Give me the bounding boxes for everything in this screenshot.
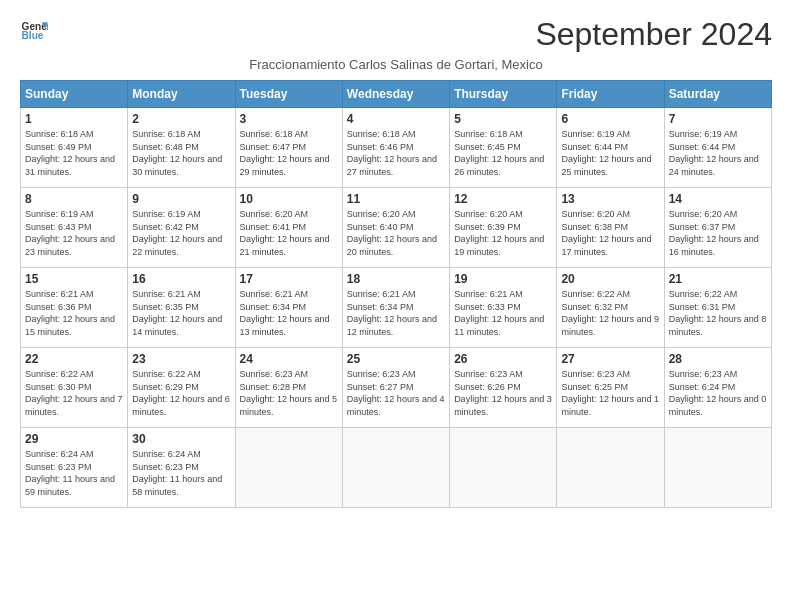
day-number: 5 [454, 112, 552, 126]
day-number: 9 [132, 192, 230, 206]
calendar-cell: 24Sunrise: 6:23 AMSunset: 6:28 PMDayligh… [235, 348, 342, 428]
location-subtitle: Fraccionamiento Carlos Salinas de Gortar… [20, 57, 772, 72]
day-number: 14 [669, 192, 767, 206]
day-number: 28 [669, 352, 767, 366]
day-info: Sunrise: 6:24 AMSunset: 6:23 PMDaylight:… [132, 448, 230, 498]
title-block: September 2024 [535, 16, 772, 53]
day-info: Sunrise: 6:18 AMSunset: 6:49 PMDaylight:… [25, 128, 123, 178]
day-number: 15 [25, 272, 123, 286]
calendar-cell: 3Sunrise: 6:18 AMSunset: 6:47 PMDaylight… [235, 108, 342, 188]
day-number: 7 [669, 112, 767, 126]
calendar-cell: 9Sunrise: 6:19 AMSunset: 6:42 PMDaylight… [128, 188, 235, 268]
svg-text:Blue: Blue [22, 30, 44, 41]
calendar-cell: 22Sunrise: 6:22 AMSunset: 6:30 PMDayligh… [21, 348, 128, 428]
day-info: Sunrise: 6:23 AMSunset: 6:28 PMDaylight:… [240, 368, 338, 418]
calendar-cell: 27Sunrise: 6:23 AMSunset: 6:25 PMDayligh… [557, 348, 664, 428]
day-number: 23 [132, 352, 230, 366]
calendar-cell: 6Sunrise: 6:19 AMSunset: 6:44 PMDaylight… [557, 108, 664, 188]
col-monday: Monday [128, 81, 235, 108]
day-info: Sunrise: 6:22 AMSunset: 6:30 PMDaylight:… [25, 368, 123, 418]
day-info: Sunrise: 6:19 AMSunset: 6:44 PMDaylight:… [669, 128, 767, 178]
day-info: Sunrise: 6:20 AMSunset: 6:39 PMDaylight:… [454, 208, 552, 258]
day-info: Sunrise: 6:23 AMSunset: 6:25 PMDaylight:… [561, 368, 659, 418]
day-number: 6 [561, 112, 659, 126]
col-wednesday: Wednesday [342, 81, 449, 108]
day-number: 16 [132, 272, 230, 286]
calendar-cell: 26Sunrise: 6:23 AMSunset: 6:26 PMDayligh… [450, 348, 557, 428]
day-info: Sunrise: 6:18 AMSunset: 6:47 PMDaylight:… [240, 128, 338, 178]
day-info: Sunrise: 6:23 AMSunset: 6:26 PMDaylight:… [454, 368, 552, 418]
calendar-cell: 23Sunrise: 6:22 AMSunset: 6:29 PMDayligh… [128, 348, 235, 428]
day-number: 21 [669, 272, 767, 286]
day-info: Sunrise: 6:18 AMSunset: 6:48 PMDaylight:… [132, 128, 230, 178]
day-number: 22 [25, 352, 123, 366]
calendar-cell: 17Sunrise: 6:21 AMSunset: 6:34 PMDayligh… [235, 268, 342, 348]
day-info: Sunrise: 6:20 AMSunset: 6:40 PMDaylight:… [347, 208, 445, 258]
day-number: 30 [132, 432, 230, 446]
calendar-cell [235, 428, 342, 508]
calendar-cell: 5Sunrise: 6:18 AMSunset: 6:45 PMDaylight… [450, 108, 557, 188]
day-number: 20 [561, 272, 659, 286]
calendar-cell: 19Sunrise: 6:21 AMSunset: 6:33 PMDayligh… [450, 268, 557, 348]
calendar-week-row: 22Sunrise: 6:22 AMSunset: 6:30 PMDayligh… [21, 348, 772, 428]
calendar-cell: 7Sunrise: 6:19 AMSunset: 6:44 PMDaylight… [664, 108, 771, 188]
day-info: Sunrise: 6:23 AMSunset: 6:27 PMDaylight:… [347, 368, 445, 418]
calendar-week-row: 8Sunrise: 6:19 AMSunset: 6:43 PMDaylight… [21, 188, 772, 268]
day-info: Sunrise: 6:22 AMSunset: 6:31 PMDaylight:… [669, 288, 767, 338]
page-header: General Blue September 2024 [20, 16, 772, 53]
calendar-cell: 2Sunrise: 6:18 AMSunset: 6:48 PMDaylight… [128, 108, 235, 188]
day-info: Sunrise: 6:21 AMSunset: 6:33 PMDaylight:… [454, 288, 552, 338]
day-number: 29 [25, 432, 123, 446]
day-info: Sunrise: 6:22 AMSunset: 6:29 PMDaylight:… [132, 368, 230, 418]
day-info: Sunrise: 6:21 AMSunset: 6:35 PMDaylight:… [132, 288, 230, 338]
day-info: Sunrise: 6:21 AMSunset: 6:36 PMDaylight:… [25, 288, 123, 338]
col-saturday: Saturday [664, 81, 771, 108]
day-info: Sunrise: 6:19 AMSunset: 6:42 PMDaylight:… [132, 208, 230, 258]
day-number: 1 [25, 112, 123, 126]
day-number: 12 [454, 192, 552, 206]
logo: General Blue [20, 16, 48, 44]
col-tuesday: Tuesday [235, 81, 342, 108]
day-number: 13 [561, 192, 659, 206]
calendar-cell: 4Sunrise: 6:18 AMSunset: 6:46 PMDaylight… [342, 108, 449, 188]
day-info: Sunrise: 6:19 AMSunset: 6:43 PMDaylight:… [25, 208, 123, 258]
day-number: 25 [347, 352, 445, 366]
month-title: September 2024 [535, 16, 772, 53]
calendar-cell: 20Sunrise: 6:22 AMSunset: 6:32 PMDayligh… [557, 268, 664, 348]
calendar-cell: 13Sunrise: 6:20 AMSunset: 6:38 PMDayligh… [557, 188, 664, 268]
calendar-cell: 14Sunrise: 6:20 AMSunset: 6:37 PMDayligh… [664, 188, 771, 268]
day-info: Sunrise: 6:21 AMSunset: 6:34 PMDaylight:… [347, 288, 445, 338]
col-thursday: Thursday [450, 81, 557, 108]
day-number: 19 [454, 272, 552, 286]
calendar-header-row: Sunday Monday Tuesday Wednesday Thursday… [21, 81, 772, 108]
day-info: Sunrise: 6:21 AMSunset: 6:34 PMDaylight:… [240, 288, 338, 338]
calendar-cell [557, 428, 664, 508]
calendar-cell: 16Sunrise: 6:21 AMSunset: 6:35 PMDayligh… [128, 268, 235, 348]
calendar-cell: 18Sunrise: 6:21 AMSunset: 6:34 PMDayligh… [342, 268, 449, 348]
calendar-cell: 10Sunrise: 6:20 AMSunset: 6:41 PMDayligh… [235, 188, 342, 268]
day-info: Sunrise: 6:18 AMSunset: 6:45 PMDaylight:… [454, 128, 552, 178]
calendar-cell: 12Sunrise: 6:20 AMSunset: 6:39 PMDayligh… [450, 188, 557, 268]
day-number: 8 [25, 192, 123, 206]
day-number: 24 [240, 352, 338, 366]
day-info: Sunrise: 6:20 AMSunset: 6:41 PMDaylight:… [240, 208, 338, 258]
day-info: Sunrise: 6:24 AMSunset: 6:23 PMDaylight:… [25, 448, 123, 498]
calendar-cell [450, 428, 557, 508]
day-number: 3 [240, 112, 338, 126]
logo-icon: General Blue [20, 16, 48, 44]
calendar-cell [664, 428, 771, 508]
day-number: 17 [240, 272, 338, 286]
day-number: 2 [132, 112, 230, 126]
calendar-cell: 21Sunrise: 6:22 AMSunset: 6:31 PMDayligh… [664, 268, 771, 348]
calendar-cell: 11Sunrise: 6:20 AMSunset: 6:40 PMDayligh… [342, 188, 449, 268]
day-info: Sunrise: 6:23 AMSunset: 6:24 PMDaylight:… [669, 368, 767, 418]
calendar-cell: 25Sunrise: 6:23 AMSunset: 6:27 PMDayligh… [342, 348, 449, 428]
day-number: 27 [561, 352, 659, 366]
day-info: Sunrise: 6:20 AMSunset: 6:38 PMDaylight:… [561, 208, 659, 258]
day-number: 18 [347, 272, 445, 286]
calendar-cell [342, 428, 449, 508]
day-number: 4 [347, 112, 445, 126]
day-info: Sunrise: 6:20 AMSunset: 6:37 PMDaylight:… [669, 208, 767, 258]
calendar-week-row: 15Sunrise: 6:21 AMSunset: 6:36 PMDayligh… [21, 268, 772, 348]
day-number: 11 [347, 192, 445, 206]
